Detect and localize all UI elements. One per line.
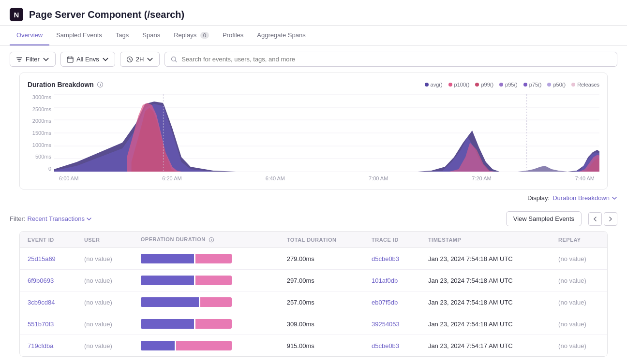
page-title: Page Server Component (/search) — [29, 9, 184, 20]
tab-sampled-events[interactable]: Sampled Events — [49, 26, 109, 45]
user-no-value: (no value) — [84, 299, 112, 306]
legend-releases: Releases — [571, 82, 599, 87]
search-bar[interactable] — [164, 52, 617, 67]
table-row: 6f9b0693 (no value) 297.00ms 101af0db Ja… — [20, 270, 607, 291]
legend-p95: p95() — [499, 82, 518, 87]
tab-aggregate-spans[interactable]: Aggregate Spans — [250, 26, 312, 45]
event-id-link[interactable]: 551b70f3 — [28, 320, 54, 328]
cell-total-duration: 279.00ms — [279, 248, 364, 270]
tab-spans[interactable]: Spans — [135, 26, 167, 45]
cell-replay: (no value) — [551, 270, 607, 291]
cell-timestamp: Jan 23, 2024 7:54:18 AM UTC — [420, 291, 551, 313]
calendar-icon — [67, 56, 74, 63]
chart-area: 3000ms 2500ms 2000ms 1500ms 1000ms 500ms… — [28, 94, 599, 181]
replay-no-value: (no value) — [558, 342, 586, 349]
cell-op-duration — [133, 291, 279, 313]
toolbar: Filter All Envs 2H — [0, 46, 627, 73]
cell-user: (no value) — [76, 270, 133, 291]
y-1000: 1000ms — [28, 142, 51, 148]
view-sampled-events-button[interactable]: View Sampled Events — [506, 211, 582, 226]
tab-tags[interactable]: Tags — [109, 26, 135, 45]
display-value[interactable]: Duration Breakdown — [552, 194, 617, 202]
event-id-link[interactable]: 3cb9cd84 — [28, 299, 55, 306]
col-op-duration: OPERATION DURATION i — [133, 232, 279, 248]
event-id-link[interactable]: 719cfdba — [28, 342, 54, 349]
y-500: 500ms — [28, 154, 51, 160]
search-icon — [171, 56, 178, 63]
chart-header: Duration Breakdown i avg() p100() p99() — [28, 81, 599, 88]
y-axis: 3000ms 2500ms 2000ms 1500ms 1000ms 500ms… — [28, 94, 54, 172]
cell-trace-id: d5cbe0b3 — [364, 248, 420, 270]
op-bar-pink — [200, 297, 232, 307]
chart-plot — [54, 94, 599, 172]
svg-marker-19 — [518, 166, 567, 172]
x-axis: 6:00 AM 6:20 AM 6:40 AM 7:00 AM 7:20 AM … — [54, 172, 599, 181]
legend-p95-label: p95() — [505, 82, 518, 87]
event-id-link[interactable]: 25d15a69 — [28, 255, 56, 262]
chart-legend: avg() p100() p99() p95() p75() — [425, 82, 599, 87]
tab-profiles[interactable]: Profiles — [216, 26, 250, 45]
op-bar-purple — [141, 276, 194, 285]
search-input[interactable] — [181, 56, 611, 63]
legend-p75: p75() — [523, 82, 542, 87]
cell-timestamp: Jan 23, 2024 7:54:18 AM UTC — [420, 270, 551, 291]
filter-chip-value[interactable]: Recent Transactions — [28, 215, 92, 222]
time-button[interactable]: 2H — [120, 52, 160, 67]
env-button[interactable]: All Envs — [60, 52, 115, 67]
cell-user: (no value) — [76, 313, 133, 335]
filter-button[interactable]: Filter — [10, 52, 56, 67]
filter-right: View Sampled Events — [506, 211, 617, 226]
info-icon2: i — [209, 237, 214, 243]
cell-replay: (no value) — [551, 248, 607, 270]
trace-id-link[interactable]: eb07f5db — [372, 299, 398, 306]
tab-overview[interactable]: Overview — [10, 26, 49, 45]
legend-p50-dot — [547, 83, 551, 87]
legend-p99: p99() — [475, 82, 493, 87]
trace-id-link[interactable]: 39254053 — [372, 320, 400, 328]
col-trace-id: TRACE ID — [364, 232, 420, 248]
op-bar-container — [141, 297, 238, 307]
legend-avg-label: avg() — [431, 82, 443, 87]
svg-text:i: i — [211, 238, 212, 242]
cell-event-id: 719cfdba — [20, 335, 76, 357]
legend-avg-dot — [425, 83, 429, 87]
chart-title-text: Duration Breakdown — [28, 81, 94, 88]
chart-section: Duration Breakdown i avg() p100() p99() — [19, 73, 608, 189]
cell-trace-id: eb07f5db — [364, 291, 420, 313]
filter-chip-value-text: Recent Transactions — [28, 215, 85, 222]
legend-p75-label: p75() — [529, 82, 542, 87]
event-id-link[interactable]: 6f9b0693 — [28, 277, 54, 284]
prev-page-button[interactable] — [588, 212, 602, 226]
legend-p99-label: p99() — [481, 82, 493, 87]
op-bar-container — [141, 276, 238, 285]
op-bar-purple — [141, 254, 194, 263]
display-label: Display: — [527, 194, 550, 202]
filter-bar: Filter: Recent Transactions View Sampled… — [0, 206, 627, 231]
op-bar-purple — [141, 319, 194, 329]
cell-user: (no value) — [76, 248, 133, 270]
chevron-down-icon3 — [147, 56, 153, 63]
cell-timestamp: Jan 23, 2024 7:54:18 AM UTC — [420, 313, 551, 335]
col-user: USER — [76, 232, 133, 248]
trace-id-link[interactable]: 101af0db — [372, 277, 398, 284]
svg-marker-16 — [418, 131, 599, 172]
cell-total-duration: 297.00ms — [279, 270, 364, 291]
col-event-id: EVENT ID — [20, 232, 76, 248]
col-timestamp: TIMESTAMP — [420, 232, 551, 248]
page-header: N Page Server Component (/search) — [0, 0, 627, 26]
display-bar: Display: Duration Breakdown — [0, 189, 627, 206]
trace-id-link[interactable]: d5cbe0b3 — [372, 342, 399, 349]
cell-total-duration: 257.00ms — [279, 291, 364, 313]
tab-replays[interactable]: Replays 0 — [167, 26, 216, 45]
op-bar-pink — [195, 276, 232, 285]
trace-id-link[interactable]: d5cbe0b3 — [372, 255, 399, 262]
chevron-down-icon4 — [612, 195, 617, 201]
legend-releases-dot — [571, 83, 575, 87]
cell-op-duration — [133, 248, 279, 270]
cell-op-duration — [133, 335, 279, 357]
next-page-button[interactable] — [604, 212, 617, 226]
cell-trace-id: 101af0db — [364, 270, 420, 291]
cell-user: (no value) — [76, 291, 133, 313]
cell-replay: (no value) — [551, 335, 607, 357]
filter-chip-label: Filter: — [10, 215, 26, 222]
